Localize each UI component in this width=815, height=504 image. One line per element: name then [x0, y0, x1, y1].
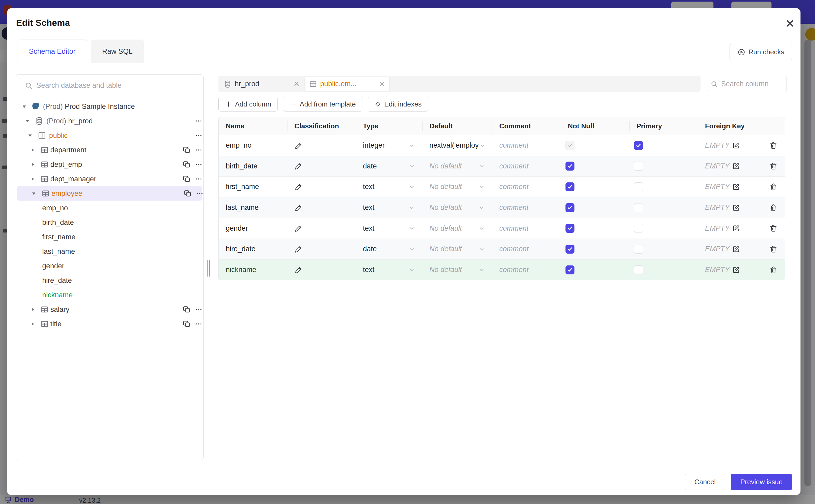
not-null-checkbox[interactable] — [566, 141, 575, 150]
default-select[interactable]: No default — [422, 203, 492, 212]
caret-right-icon[interactable] — [30, 321, 36, 327]
more-icon[interactable] — [195, 175, 202, 183]
close-icon[interactable]: ✕ — [782, 16, 798, 31]
more-icon[interactable] — [195, 161, 202, 168]
comment-input[interactable]: comment — [492, 224, 561, 232]
edit-foreign-key-icon[interactable] — [732, 204, 740, 212]
not-null-checkbox[interactable] — [566, 182, 575, 191]
not-null-checkbox[interactable] — [566, 265, 575, 274]
type-select[interactable]: date — [356, 245, 422, 253]
default-select[interactable]: No default — [422, 266, 492, 274]
pencil-icon[interactable] — [294, 266, 303, 274]
close-tab-icon[interactable]: ✕ — [293, 80, 300, 88]
copy-icon[interactable] — [183, 175, 191, 183]
primary-checkbox[interactable] — [634, 141, 643, 150]
primary-checkbox[interactable] — [634, 245, 643, 254]
default-select[interactable]: No default — [422, 183, 492, 191]
more-icon[interactable] — [195, 117, 202, 125]
column-name-input[interactable]: gender — [219, 224, 287, 232]
column-name-input[interactable]: nickname — [219, 266, 287, 274]
copy-icon[interactable] — [183, 146, 191, 154]
tree-item-first_name[interactable]: first_name — [16, 230, 203, 244]
column-name-input[interactable]: birth_date — [219, 162, 287, 170]
type-select[interactable]: text — [356, 203, 422, 212]
column-name-input[interactable]: hire_date — [219, 245, 287, 253]
more-icon[interactable] — [195, 132, 202, 139]
tree-item-gender[interactable]: gender — [16, 259, 203, 273]
more-icon[interactable] — [196, 190, 204, 197]
not-null-checkbox[interactable] — [566, 245, 575, 254]
column-name-input[interactable]: emp_no — [219, 141, 287, 149]
default-select[interactable]: No default — [422, 224, 492, 232]
pencil-icon[interactable] — [294, 203, 303, 212]
more-icon[interactable] — [195, 306, 202, 313]
tree-item-employee[interactable]: employee — [17, 186, 202, 201]
caret-down-icon[interactable] — [31, 191, 37, 196]
pencil-icon[interactable] — [294, 224, 303, 232]
trash-icon[interactable] — [769, 141, 778, 150]
type-select[interactable]: text — [356, 224, 422, 232]
default-select[interactable]: No default — [422, 245, 492, 253]
trash-icon[interactable] — [769, 162, 778, 170]
pencil-icon[interactable] — [294, 245, 303, 253]
type-select[interactable]: text — [356, 266, 422, 274]
edit-foreign-key-icon[interactable] — [732, 183, 740, 191]
edit-foreign-key-icon[interactable] — [732, 224, 740, 232]
default-select[interactable]: No default — [422, 162, 492, 170]
tree-item-title[interactable]: title — [16, 317, 203, 331]
open-tab-public.em...[interactable]: public.em...✕ — [305, 77, 389, 91]
edit-indexes-button[interactable]: Edit indexes — [368, 97, 428, 112]
trash-icon[interactable] — [769, 224, 778, 232]
caret-right-icon[interactable] — [30, 162, 36, 167]
edit-foreign-key-icon[interactable] — [732, 266, 740, 274]
type-select[interactable]: date — [356, 162, 422, 170]
edit-foreign-key-icon[interactable] — [732, 245, 740, 253]
add-column-button[interactable]: Add column — [218, 97, 278, 112]
comment-input[interactable]: comment — [492, 266, 561, 274]
trash-icon[interactable] — [769, 245, 778, 253]
search-database-input[interactable]: Search database and table — [20, 78, 200, 93]
caret-right-icon[interactable] — [30, 307, 36, 312]
tree-item-salary[interactable]: salary — [16, 302, 203, 317]
pencil-icon[interactable] — [294, 162, 303, 170]
tree-item-birth_date[interactable]: birth_date — [16, 215, 203, 230]
pencil-icon[interactable] — [294, 141, 303, 150]
comment-input[interactable]: comment — [492, 162, 561, 170]
caret-down-icon[interactable] — [25, 118, 30, 124]
search-column-input[interactable]: Search column — [706, 76, 787, 92]
column-name-input[interactable]: last_name — [219, 203, 287, 212]
edit-foreign-key-icon[interactable] — [732, 142, 740, 149]
tree-item-department[interactable]: department — [16, 143, 203, 157]
tab-schema-editor[interactable]: Schema Editor — [17, 40, 87, 63]
copy-icon[interactable] — [184, 190, 192, 197]
tree-item-dept_manager[interactable]: dept_manager — [16, 172, 203, 186]
comment-input[interactable]: comment — [492, 203, 561, 212]
tree-item-last_name[interactable]: last_name — [16, 244, 203, 259]
tab-raw-sql[interactable]: Raw SQL — [91, 40, 144, 63]
comment-input[interactable]: comment — [492, 183, 561, 191]
caret-down-icon[interactable] — [21, 104, 27, 109]
trash-icon[interactable] — [769, 266, 778, 274]
add-from-template-button[interactable]: Add from template — [283, 97, 362, 112]
trash-icon[interactable] — [769, 203, 778, 212]
not-null-checkbox[interactable] — [566, 203, 575, 212]
trash-icon[interactable] — [769, 183, 778, 191]
default-select[interactable]: nextval('employ — [422, 141, 492, 149]
open-tab-hr_prod[interactable]: hr_prod✕ — [219, 77, 304, 91]
more-icon[interactable] — [195, 146, 202, 154]
tree-item-emp_no[interactable]: emp_no — [16, 201, 203, 215]
type-select[interactable]: integer — [356, 141, 422, 149]
copy-icon[interactable] — [183, 320, 191, 328]
pencil-icon[interactable] — [294, 183, 303, 191]
primary-checkbox[interactable] — [634, 203, 643, 212]
column-name-input[interactable]: first_name — [219, 183, 287, 191]
primary-checkbox[interactable] — [634, 182, 643, 191]
tree-item-Prod Sample Instance[interactable]: (Prod) Prod Sample Instance — [16, 99, 203, 114]
not-null-checkbox[interactable] — [566, 224, 575, 233]
tree-item-dept_emp[interactable]: dept_emp — [16, 157, 203, 172]
copy-icon[interactable] — [183, 161, 191, 168]
primary-checkbox[interactable] — [634, 162, 643, 171]
tree-item-nickname[interactable]: nickname — [16, 288, 203, 302]
comment-input[interactable]: comment — [492, 245, 561, 253]
caret-down-icon[interactable] — [27, 133, 33, 138]
